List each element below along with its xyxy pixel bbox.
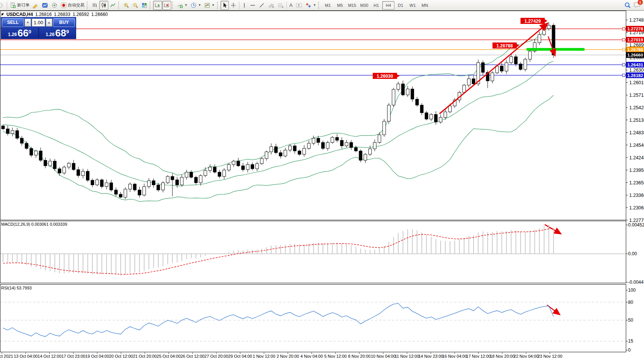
bar-chart-button[interactable] xyxy=(90,1,99,10)
pane-border xyxy=(0,221,626,283)
periods-button[interactable]: ▼ xyxy=(189,1,203,10)
cursor-tool-button[interactable] xyxy=(220,1,229,10)
svg-text:1.26660: 1.26660 xyxy=(627,53,643,57)
svg-text:25 Oct 04:00: 25 Oct 04:00 xyxy=(157,354,181,358)
line-chart-button[interactable] xyxy=(108,1,117,10)
text-label-tool-button[interactable]: T xyxy=(294,1,304,10)
terminal-window: 新订单 自动交易 xyxy=(0,0,644,360)
symbol-header: ◤ USDCAD,H4 1.26816 1.26833 1.26592 1.26… xyxy=(2,12,108,17)
svg-text:2 Nov 20:00: 2 Nov 20:00 xyxy=(277,354,299,358)
volume-decrease-button[interactable]: ▼ xyxy=(25,19,31,27)
arrows-tool-button[interactable]: ▼ xyxy=(304,1,317,10)
buy-price[interactable]: 1.26 68 9 xyxy=(39,28,76,38)
ohlc-low: 1.26592 xyxy=(73,12,89,17)
fibonacci-icon: F xyxy=(277,2,284,8)
time-axis[interactable]: 11 Oct 202113 Oct 04:0014 Oct 12:0017 Oc… xyxy=(0,352,562,358)
new-order-label: 新订单 xyxy=(17,2,30,8)
macd-plot xyxy=(0,225,626,276)
svg-text:23 Nov 12:00: 23 Nov 12:00 xyxy=(538,354,562,358)
market-watch-button[interactable] xyxy=(40,1,50,10)
trendline[interactable] xyxy=(439,24,547,114)
zoom-in-button[interactable] xyxy=(122,1,131,10)
svg-text:17 Oct 23:00: 17 Oct 23:00 xyxy=(61,354,85,358)
svg-text:15: 15 xyxy=(628,338,633,344)
sell-button[interactable]: SELL xyxy=(2,18,24,27)
channel-tool-button[interactable]: E xyxy=(266,1,276,10)
auto-trading-button[interactable]: 自动交易 xyxy=(59,1,86,10)
tile-windows-button[interactable] xyxy=(140,1,149,10)
volume-increase-button[interactable]: ▲ xyxy=(46,19,52,27)
annotations[interactable]: 1.274291.267881.26030 xyxy=(373,18,585,314)
sell-price[interactable]: 1.26 66 0 xyxy=(1,28,38,38)
svg-text:0: 0 xyxy=(628,347,631,353)
one-click-toggle-icon[interactable]: ◤ xyxy=(2,13,4,16)
horizontal-line-tool-button[interactable] xyxy=(248,1,257,10)
volume-input[interactable]: 1.00 xyxy=(32,19,45,27)
clipped-toolbar-icon[interactable] xyxy=(0,1,6,10)
green-highlight-band[interactable] xyxy=(527,48,585,51)
svg-text:1.24245: 1.24245 xyxy=(629,155,644,160)
svg-text:E: E xyxy=(272,6,274,8)
timeframe-H4[interactable]: H4 xyxy=(382,1,394,9)
red-arrow-1[interactable] xyxy=(545,225,561,234)
templates-button[interactable]: ▼ xyxy=(203,1,216,10)
svg-text:1.26030: 1.26030 xyxy=(377,74,393,79)
pane-border xyxy=(0,285,626,352)
indicators-button[interactable]: ▼ xyxy=(175,1,189,10)
svg-text:-0.00447: -0.00447 xyxy=(628,280,644,285)
rsi-label: RSI(14) 53.7993 xyxy=(1,286,32,290)
text-tool-button[interactable]: A xyxy=(288,1,294,10)
macd-label: MACD(12,26,9) 0.003061 0.003339 xyxy=(1,222,67,226)
crosshair-tool-button[interactable] xyxy=(229,1,238,10)
svg-text:1.24540: 1.24540 xyxy=(629,143,644,148)
styler-button[interactable] xyxy=(31,1,40,10)
buy-button[interactable]: BUY xyxy=(53,18,75,27)
ohlc-open: 1.26816 xyxy=(35,12,52,17)
sonar-icon xyxy=(51,2,58,8)
arrow-objects-icon xyxy=(305,2,311,8)
timeframe-M1[interactable]: M1 xyxy=(322,1,334,9)
timeframe-M5[interactable]: M5 xyxy=(334,1,346,9)
timeframe-H1[interactable]: H1 xyxy=(370,1,382,9)
svg-text:1.23065: 1.23065 xyxy=(629,205,644,211)
timeframe-M30[interactable]: M30 xyxy=(358,1,370,9)
price-callout[interactable]: 1.26788 xyxy=(492,42,519,49)
svg-text:1.26431: 1.26431 xyxy=(627,63,643,67)
new-order-button[interactable]: 新订单 xyxy=(8,1,31,10)
fibonacci-tool-button[interactable]: F xyxy=(276,1,285,10)
search-icon[interactable] xyxy=(624,2,631,9)
svg-text:1.27429: 1.27429 xyxy=(524,19,541,24)
trendline-tool-button[interactable] xyxy=(257,1,266,10)
crayon-icon xyxy=(33,2,39,8)
cursor-icon xyxy=(222,2,227,8)
alerts-button[interactable] xyxy=(50,1,59,10)
price-callout[interactable]: 1.27429 xyxy=(521,18,547,24)
auto-scroll-icon xyxy=(155,2,161,8)
svg-text:11 Nov 12:00: 11 Nov 12:00 xyxy=(395,354,419,358)
notifications-button[interactable]: 1 xyxy=(633,2,641,9)
vertical-line-tool-button[interactable] xyxy=(241,1,248,10)
svg-text:21 Oct 20:00: 21 Oct 20:00 xyxy=(133,354,157,358)
svg-text:1.26788: 1.26788 xyxy=(627,47,643,52)
zoom-out-button[interactable] xyxy=(131,1,140,10)
candlestick-chart-button[interactable] xyxy=(99,1,108,10)
svg-text:1.23360: 1.23360 xyxy=(629,193,644,198)
equidistant-channel-icon: E xyxy=(268,2,274,8)
indicators-icon xyxy=(177,2,183,8)
timeframe-M15[interactable]: M15 xyxy=(346,1,358,9)
price-callout[interactable]: 1.26030 xyxy=(373,73,400,79)
timeframe-MN[interactable]: MN xyxy=(419,1,431,9)
partial-icon xyxy=(0,2,4,8)
auto-scroll-button[interactable] xyxy=(153,1,162,10)
svg-text:1.25715: 1.25715 xyxy=(629,93,644,98)
svg-text:1.27278: 1.27278 xyxy=(627,27,643,31)
buy-price-big: 68 xyxy=(55,28,66,38)
timeframe-D1[interactable]: D1 xyxy=(394,1,406,9)
svg-text:F: F xyxy=(282,6,283,8)
chart-canvas[interactable]: 1.274291.267881.260301.274851.271901.268… xyxy=(0,0,644,360)
chart-shift-button[interactable] xyxy=(162,1,171,10)
timeframe-W1[interactable]: W1 xyxy=(406,1,419,9)
horizontal-lines[interactable] xyxy=(0,27,626,77)
new-order-icon xyxy=(10,2,16,8)
buy-price-sup: 9 xyxy=(66,26,69,38)
